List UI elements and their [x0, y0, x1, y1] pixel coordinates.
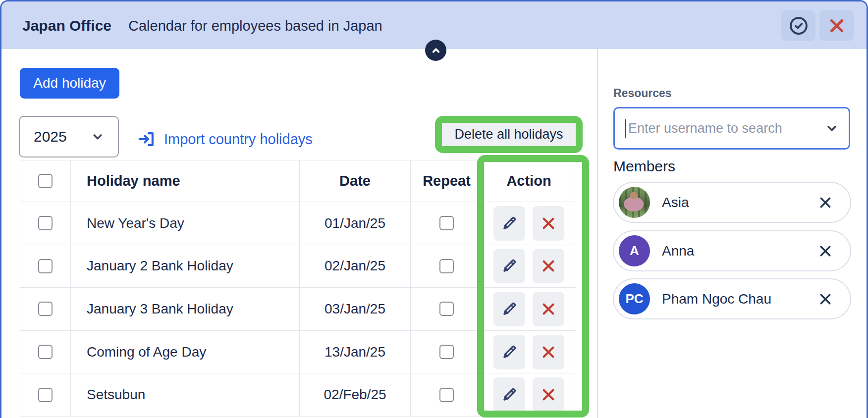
red-x-icon [541, 344, 556, 360]
import-country-holidays-link[interactable]: Import country holidays [137, 126, 313, 152]
member-name: Pham Ngoc Chau [662, 291, 771, 307]
holiday-date: 03/Jan/25 [300, 288, 411, 330]
delete-holiday-button[interactable] [533, 249, 564, 283]
close-x-icon [826, 15, 847, 36]
chevron-down-icon [90, 129, 105, 144]
edit-holiday-button[interactable] [493, 335, 525, 369]
text-cursor [625, 119, 626, 138]
remove-member-button[interactable] [815, 289, 835, 309]
row-checkbox[interactable] [38, 216, 53, 230]
holiday-name: January 3 Bank Holiday [71, 288, 300, 330]
pencil-icon [501, 344, 518, 361]
collapse-panel-button[interactable] [425, 40, 446, 61]
edit-holiday-button[interactable] [493, 292, 525, 326]
column-header-holiday-name: Holiday name [71, 160, 300, 202]
x-icon [817, 243, 833, 259]
holiday-name: Setsubun [71, 373, 300, 416]
circle-check-icon [788, 15, 810, 37]
confirm-button[interactable] [781, 10, 815, 41]
column-header-date: Date [300, 160, 411, 202]
pencil-icon [501, 215, 518, 232]
resource-search [613, 107, 850, 150]
username-search-input[interactable] [613, 107, 850, 150]
add-holiday-button[interactable]: Add holiday [20, 68, 119, 99]
holiday-name: Coming of Age Day [71, 331, 300, 373]
holiday-date: 02/Feb/25 [300, 373, 411, 416]
x-icon [817, 291, 833, 307]
column-header-action: Action [483, 160, 575, 202]
member-item: PC Pham Ngoc Chau [613, 278, 851, 319]
table-row: January 3 Bank Holiday 03/Jan/25 [20, 288, 576, 331]
repeat-checkbox[interactable] [439, 216, 454, 230]
avatar: PC [619, 283, 650, 314]
holiday-name: January 2 Bank Holiday [71, 245, 300, 288]
table-row: Coming of Age Day 13/Jan/25 [20, 331, 576, 374]
import-arrow-icon [137, 130, 156, 149]
member-name: Asia [662, 195, 689, 210]
row-checkbox[interactable] [38, 302, 53, 316]
table-row: Setsubun 02/Feb/25 [20, 373, 576, 417]
holiday-date: 01/Jan/25 [300, 202, 411, 245]
holidays-table: Holiday name Date Repeat Action New Year… [20, 160, 576, 417]
row-checkbox[interactable] [38, 345, 53, 359]
repeat-checkbox[interactable] [439, 388, 454, 402]
repeat-checkbox[interactable] [439, 259, 454, 273]
holiday-date: 13/Jan/25 [300, 331, 411, 373]
edit-holiday-button[interactable] [493, 377, 525, 412]
calendar-title: Japan Office [22, 17, 111, 34]
japan-office-calendar-panel: Japan Office Calendar for employees base… [0, 0, 868, 418]
red-x-icon [541, 258, 556, 274]
select-all-checkbox[interactable] [38, 174, 53, 188]
red-x-icon [541, 215, 556, 231]
x-icon [817, 195, 833, 210]
remove-member-button[interactable] [815, 193, 835, 212]
pencil-icon [501, 258, 518, 274]
pencil-icon [501, 301, 518, 317]
delete-holiday-button[interactable] [533, 335, 564, 369]
member-item: A Anna [613, 230, 851, 271]
remove-member-button[interactable] [815, 241, 835, 261]
red-x-icon [541, 387, 556, 403]
row-checkbox[interactable] [38, 388, 53, 402]
delete-holiday-button[interactable] [533, 377, 564, 412]
year-selected-value: 2025 [34, 128, 67, 145]
chevron-up-icon [429, 44, 443, 57]
table-header-row: Holiday name Date Repeat Action [20, 160, 576, 202]
delete-holiday-button[interactable] [533, 206, 564, 241]
avatar [619, 187, 650, 218]
pencil-icon [501, 386, 518, 403]
row-checkbox[interactable] [38, 259, 53, 273]
edit-holiday-button[interactable] [493, 249, 525, 283]
import-link-label: Import country holidays [164, 131, 313, 148]
resources-label: Resources [613, 87, 672, 100]
calendar-subtitle: Calendar for employees based in Japan [128, 18, 382, 34]
members-label: Members [613, 158, 675, 175]
member-item: Asia [613, 182, 851, 223]
year-select[interactable]: 2025 [19, 116, 119, 157]
red-x-icon [541, 301, 556, 317]
table-row: January 2 Bank Holiday 02/Jan/25 [20, 245, 576, 288]
column-header-repeat: Repeat [411, 160, 483, 202]
close-button[interactable] [819, 10, 854, 41]
repeat-checkbox[interactable] [439, 302, 454, 316]
holiday-date: 02/Jan/25 [300, 245, 411, 288]
member-name: Anna [662, 243, 694, 259]
edit-holiday-button[interactable] [493, 206, 525, 241]
repeat-checkbox[interactable] [439, 345, 454, 359]
avatar: A [619, 235, 650, 266]
sidebar-divider [597, 49, 598, 418]
delete-all-holidays-button[interactable]: Delete all holidays [442, 123, 576, 146]
delete-holiday-button[interactable] [533, 292, 564, 326]
table-row: New Year's Day 01/Jan/25 [20, 202, 576, 245]
holiday-name: New Year's Day [71, 202, 300, 245]
